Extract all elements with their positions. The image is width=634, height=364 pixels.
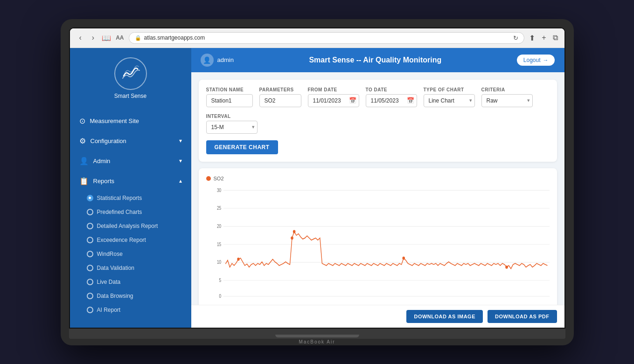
submenu-item-wind-rose[interactable]: WindRose	[70, 247, 191, 261]
submenu-label: Live Data	[97, 279, 121, 285]
criteria-select[interactable]: Raw Hourly Daily	[481, 94, 533, 107]
submenu-item-data-browsing[interactable]: Data Browsing	[70, 289, 191, 303]
text-size-label[interactable]: AA	[116, 34, 124, 41]
admin-info: 👤 admin	[201, 54, 234, 67]
laptop-notch	[275, 335, 359, 337]
download-pdf-button[interactable]: DOWNLOAD AS PDF	[488, 310, 557, 323]
radio-statistical-reports	[87, 195, 93, 201]
back-button[interactable]: ‹	[77, 33, 84, 43]
svg-text:5: 5	[219, 278, 221, 283]
svg-text:25: 25	[216, 206, 221, 211]
content-area: STATION NAME PARAMETERS FROM DATE	[191, 72, 564, 305]
radio-detailed-analysis	[87, 223, 93, 229]
station-name-group: STATION NAME	[206, 87, 253, 107]
legend-dot	[206, 176, 211, 181]
add-tab-button[interactable]: +	[542, 34, 546, 42]
parameters-input[interactable]	[259, 94, 301, 107]
criteria-label: CRITERIA	[481, 87, 533, 92]
chart-svg: 30 25 20 15 10 5 0	[206, 185, 550, 302]
laptop-brand-label: MacBook Air	[299, 339, 335, 344]
app-container: Smart Sense ⊙ Measurement Site ⚙ Configu…	[70, 48, 564, 328]
radio-data-validation	[87, 265, 93, 271]
interval-label: INTERVAL	[206, 114, 258, 119]
from-date-group: FROM DATE 📅	[308, 87, 359, 107]
reports-icon: 📋	[79, 177, 89, 185]
sidebar-menu: ⊙ Measurement Site ⚙ Configuration ▾ 👤 A…	[70, 106, 191, 328]
station-name-input[interactable]	[206, 94, 253, 107]
submenu-label: WindRose	[97, 251, 123, 257]
reports-submenu: Statistical Reports Predefined Charts De…	[70, 191, 191, 317]
chart-type-select[interactable]: Line Chart Bar Chart Scatter	[424, 94, 475, 107]
sidebar-item-label: Measurement Site	[90, 117, 139, 124]
laptop-base	[69, 329, 565, 339]
laptop-frame: ‹ › 📖 AA 🔒 atlas.smartgeoapps.com ↻ ⬆ + …	[61, 19, 574, 345]
svg-point-14	[291, 236, 293, 240]
submenu-item-data-validation[interactable]: Data Validation	[70, 261, 191, 275]
chevron-up-icon: ▴	[179, 178, 182, 184]
radio-exceedence-report	[87, 237, 93, 243]
from-date-wrap: 📅	[308, 94, 359, 107]
share-button[interactable]: ⬆	[529, 34, 535, 42]
submenu-label: AI Report	[97, 307, 121, 313]
reload-icon[interactable]: ↻	[513, 34, 518, 41]
svg-text:15: 15	[216, 241, 221, 247]
laptop-screen: ‹ › 📖 AA 🔒 atlas.smartgeoapps.com ↻ ⬆ + …	[69, 27, 565, 329]
svg-point-15	[293, 230, 295, 233]
svg-point-16	[237, 257, 240, 261]
generate-chart-button[interactable]: GENERATE CHART	[206, 140, 278, 154]
submenu-item-statistical-reports[interactable]: Statistical Reports	[70, 191, 191, 205]
logo-circle	[114, 57, 147, 90]
logout-label: Logout	[523, 57, 541, 63]
submenu-item-exceedence-report[interactable]: Exceedence Report	[70, 233, 191, 247]
chart-legend: SO2	[206, 176, 550, 181]
admin-label: admin	[217, 56, 234, 63]
to-date-group: TO DATE 📅	[366, 87, 417, 107]
chart-area: 30 25 20 15 10 5 0	[206, 185, 550, 302]
measurement-site-icon: ⊙	[79, 117, 85, 125]
sidebar-item-configuration[interactable]: ⚙ Configuration ▾	[70, 131, 191, 151]
interval-group: INTERVAL 15-M 30-M 1-H ▾	[206, 114, 258, 134]
chevron-down-icon: ▾	[179, 158, 182, 164]
legend-label: SO2	[214, 176, 224, 181]
filter-panel: STATION NAME PARAMETERS FROM DATE	[199, 80, 557, 162]
app-title: Smart Sense -- Air Quality Monitoring	[309, 56, 441, 64]
submenu-label: Data Browsing	[97, 293, 133, 299]
svg-point-17	[402, 256, 405, 260]
configuration-icon: ⚙	[79, 137, 86, 145]
lock-icon: 🔒	[135, 35, 141, 41]
radio-predefined-charts	[87, 209, 93, 215]
browser-bar: ‹ › 📖 AA 🔒 atlas.smartgeoapps.com ↻ ⬆ + …	[70, 28, 564, 48]
from-date-input[interactable]	[308, 94, 359, 107]
admin-icon: 👤	[79, 157, 89, 165]
sidebar-item-reports[interactable]: 📋 Reports ▴	[70, 171, 191, 191]
logo-text: Smart Sense	[114, 93, 146, 99]
to-date-input[interactable]	[366, 94, 417, 107]
submenu-item-live-data[interactable]: Live Data	[70, 275, 191, 289]
download-image-button[interactable]: DOWNLOAD AS IMAGE	[406, 310, 483, 323]
parameters-group: PARAMETERS	[259, 87, 301, 107]
chart-type-group: TYPE OF CHART Line Chart Bar Chart Scatt…	[424, 87, 475, 107]
chart-type-label: TYPE OF CHART	[424, 87, 475, 92]
bottom-actions: DOWNLOAD AS IMAGE DOWNLOAD AS PDF	[191, 305, 564, 328]
tabs-button[interactable]: ⧉	[553, 34, 558, 42]
forward-button[interactable]: ›	[89, 33, 97, 43]
sidebar-item-admin[interactable]: 👤 Admin ▾	[70, 151, 191, 171]
logo-icon	[119, 62, 142, 85]
submenu-item-ai-report[interactable]: AI Report	[70, 303, 191, 317]
submenu-label: Data Validation	[97, 265, 135, 271]
submenu-label: Statistical Reports	[97, 195, 142, 201]
submenu-item-detailed-analysis[interactable]: Detailed Analysis Report	[70, 219, 191, 233]
sidebar-item-measurement-site[interactable]: ⊙ Measurement Site	[70, 111, 191, 131]
svg-point-18	[505, 265, 508, 268]
svg-text:0: 0	[219, 294, 221, 299]
logout-button[interactable]: Logout →	[517, 55, 555, 66]
interval-select[interactable]: 15-M 30-M 1-H	[206, 121, 258, 134]
svg-text:10: 10	[216, 260, 221, 265]
sidebar: Smart Sense ⊙ Measurement Site ⚙ Configu…	[70, 48, 191, 328]
submenu-label: Exceedence Report	[97, 237, 146, 243]
bookmarks-icon: 📖	[102, 34, 111, 42]
submenu-item-predefined-charts[interactable]: Predefined Charts	[70, 205, 191, 219]
url-bar[interactable]: 🔒 atlas.smartgeoapps.com ↻	[129, 32, 525, 44]
station-name-label: STATION NAME	[206, 87, 253, 92]
chart-panel: SO2	[199, 168, 557, 305]
